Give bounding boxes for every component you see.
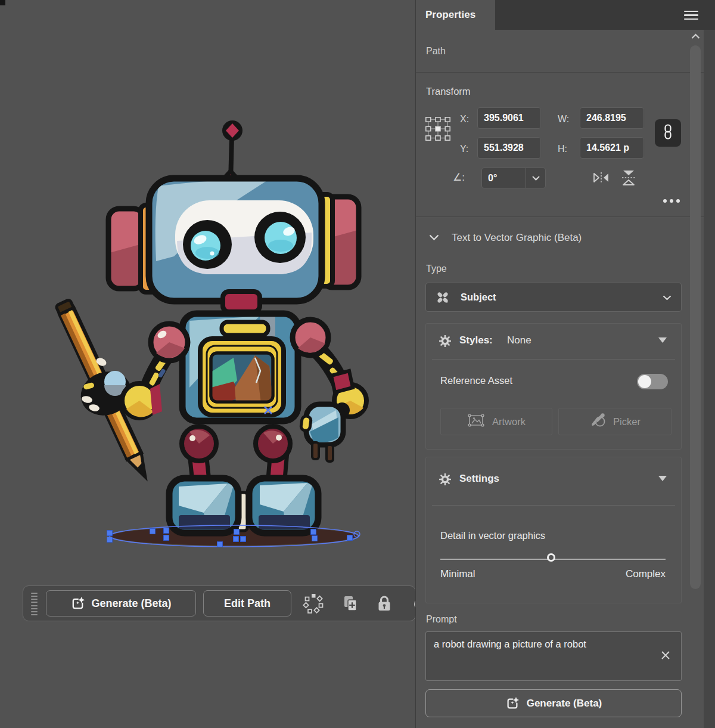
detail-min-label: Minimal — [440, 568, 475, 580]
edit-path-button[interactable]: Edit Path — [203, 590, 291, 617]
x-label: X: — [460, 113, 469, 125]
anchor-point[interactable] — [107, 531, 113, 536]
styles-group: Styles: None Reference Asset Artwork — [425, 323, 682, 450]
reference-point-locator-icon[interactable] — [425, 117, 450, 143]
divider — [432, 359, 675, 360]
taskbar-drag-handle[interactable] — [31, 593, 38, 615]
panel-right-gutter — [704, 30, 715, 728]
angle-label: ∠: — [453, 172, 465, 184]
chevron-down-icon[interactable] — [526, 176, 545, 181]
edit-path-label: Edit Path — [224, 597, 271, 610]
divider — [432, 505, 675, 506]
duplicate-icon[interactable] — [338, 591, 362, 615]
prompt-label: Prompt — [426, 614, 457, 625]
styles-value: None — [507, 334, 531, 346]
type-label: Type — [426, 263, 447, 274]
generate-sparkle-icon — [505, 696, 520, 711]
ttv-section-title: Text to Vector Graphic (Beta) — [452, 232, 582, 244]
properties-tab-label: Properties — [425, 9, 475, 21]
artwork-button[interactable]: Artwork — [440, 408, 552, 435]
picker-label: Picker — [613, 416, 641, 427]
styles-collapse-triangle-icon[interactable] — [658, 337, 667, 343]
link-chain-icon — [663, 124, 673, 142]
anchor-point[interactable] — [347, 535, 353, 541]
anchor-point[interactable] — [150, 529, 156, 534]
type-dropdown[interactable]: Subject — [425, 283, 682, 312]
panel-menu-icon[interactable] — [684, 11, 698, 20]
settings-title: Settings — [459, 473, 499, 485]
eyedropper-icon — [589, 413, 606, 430]
artwork-label: Artwork — [492, 416, 526, 427]
anchor-point[interactable] — [311, 529, 316, 535]
picker-button[interactable]: Picker — [558, 408, 672, 435]
x-input[interactable]: 395.9061 — [477, 107, 541, 129]
constrain-proportions-button[interactable] — [655, 119, 681, 147]
vectorize-shapes-icon[interactable] — [301, 591, 325, 615]
anchor-point[interactable] — [164, 535, 169, 541]
anchor-point[interactable] — [234, 529, 240, 535]
reference-asset-label: Reference Asset — [440, 375, 512, 387]
chevron-down-icon — [663, 292, 672, 303]
w-label: W: — [558, 113, 569, 125]
scroll-up-icon[interactable] — [691, 32, 700, 41]
more-options-button[interactable] — [663, 199, 680, 203]
detail-label: Detail in vector graphics — [440, 530, 545, 542]
settings-group: Settings Detail in vector graphics Minim… — [425, 457, 682, 603]
reference-asset-toggle[interactable] — [637, 374, 668, 389]
anchor-point[interactable] — [241, 537, 246, 542]
detail-slider-track[interactable] — [440, 559, 666, 560]
generate-beta-label: Generate (Beta) — [91, 597, 171, 610]
section-collapse-chevron-icon[interactable] — [429, 233, 439, 243]
properties-panel: Properties Path Transform X: 395.9061 W:… — [415, 0, 715, 728]
panel-generate-label: Generate (Beta) — [527, 698, 602, 710]
settings-collapse-triangle-icon[interactable] — [658, 476, 667, 481]
robot-figure — [55, 120, 366, 546]
generate-beta-button[interactable]: Generate (Beta) — [46, 590, 196, 617]
divider — [416, 72, 704, 73]
h-label: H: — [558, 143, 567, 154]
subject-flower-icon — [436, 290, 450, 305]
panel-generate-button[interactable]: Generate (Beta) — [425, 689, 682, 717]
y-input[interactable]: 551.3928 — [477, 137, 541, 159]
rotation-angle-combo[interactable]: 0° — [481, 168, 546, 188]
y-label: Y: — [460, 143, 468, 154]
gear-icon — [439, 335, 451, 349]
angle-value: 0° — [482, 173, 526, 184]
transform-title: Transform — [426, 86, 471, 97]
flip-vertical-icon[interactable] — [621, 169, 636, 189]
clear-prompt-icon[interactable] — [659, 649, 672, 662]
robot-artwork[interactable] — [48, 114, 372, 557]
anchor-point[interactable] — [107, 537, 113, 543]
flip-horizontal-icon[interactable] — [592, 171, 610, 187]
selection-type-label: Path — [426, 46, 446, 57]
w-input[interactable]: 246.8195 — [580, 107, 644, 129]
gear-icon — [439, 473, 451, 488]
h-input[interactable]: 14.5621 p — [580, 137, 644, 159]
anchor-point[interactable] — [217, 542, 223, 547]
detail-slider-knob[interactable] — [547, 553, 555, 562]
canvas-corner-chip — [0, 0, 5, 5]
panel-scrollbar-thumb[interactable] — [690, 45, 701, 589]
tab-properties[interactable]: Properties — [416, 0, 495, 30]
type-value: Subject — [461, 292, 496, 303]
generate-sparkle-icon — [70, 596, 85, 611]
context-taskbar: Generate (Beta) Edit Path — [23, 586, 416, 621]
lock-icon[interactable] — [372, 591, 396, 615]
anchor-point[interactable] — [164, 528, 169, 534]
detail-max-label: Complex — [626, 568, 666, 580]
anchor-point[interactable] — [234, 537, 239, 542]
anchor-point[interactable] — [312, 536, 318, 541]
prompt-input[interactable]: a robot drawing a picture of a robot — [425, 631, 682, 681]
divider — [416, 216, 704, 217]
artwork-icon — [467, 413, 485, 430]
styles-label: Styles: — [459, 334, 493, 346]
